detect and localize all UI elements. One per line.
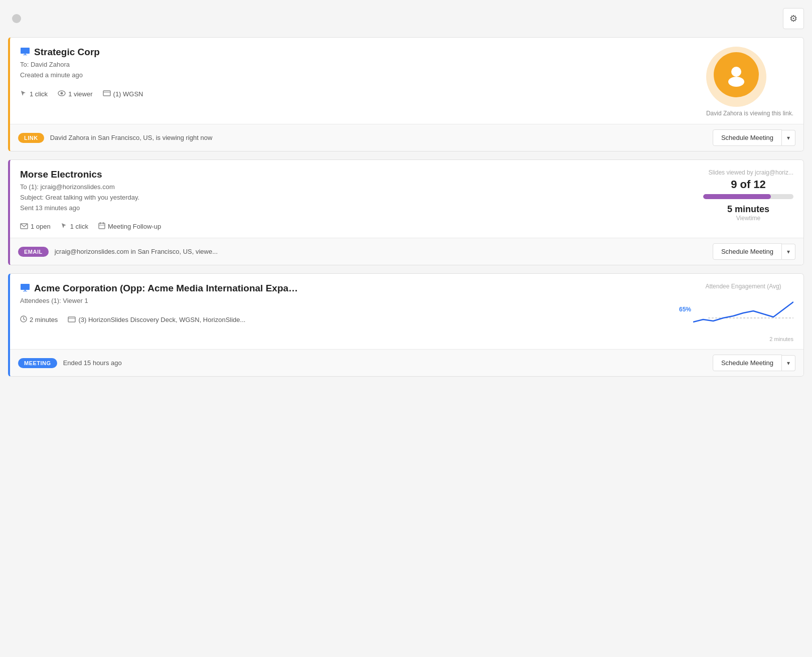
stat-label: 1 open — [31, 223, 51, 230]
stat-label: 1 viewer — [68, 90, 92, 98]
stat-label: 2 minutes — [30, 316, 58, 323]
stat-item: 2 minutes — [20, 315, 58, 324]
card-left: Acme Corporation (Opp: Acme Media Intern… — [20, 283, 683, 342]
svg-rect-10 — [99, 223, 105, 229]
stat-label: (3) HorizonSlides Discovery Deck, WGSN, … — [78, 316, 245, 323]
footer-left: EMAIL jcraig@horizonslides.com in San Fr… — [18, 247, 218, 257]
cursor-icon — [61, 222, 68, 231]
card-left: Strategic Corp To: David ZahoraCreated a… — [20, 47, 696, 117]
card-stats: 1 open 1 click Meeting Follow-up — [20, 222, 693, 231]
gear-icon: ⚙ — [789, 13, 797, 24]
footer-right: Schedule Meeting ▾ — [713, 355, 795, 371]
card-to: To (1): jcraig@horizonslides.com — [20, 182, 693, 193]
footer-text: jcraig@horizonslides.com in San Francisc… — [55, 248, 218, 255]
chart-pct: 65% — [679, 306, 691, 313]
footer-left: MEETING Ended 15 hours ago — [18, 358, 122, 368]
progress-fill — [703, 194, 771, 199]
schedule-meeting-button[interactable]: Schedule Meeting — [713, 243, 782, 260]
card-created: Created a minute ago — [20, 70, 696, 81]
badge-orange: LINK — [18, 133, 44, 143]
card-strategic-corp: Strategic Corp To: David ZahoraCreated a… — [8, 37, 804, 151]
card-title: Strategic Corp — [34, 47, 100, 58]
card-footer: EMAIL jcraig@horizonslides.com in San Fr… — [10, 238, 803, 265]
cards-container: Strategic Corp To: David ZahoraCreated a… — [8, 37, 804, 377]
schedule-meeting-button[interactable]: Schedule Meeting — [713, 129, 782, 146]
viewing-text: David Zahora is viewing this link. — [706, 110, 793, 117]
clock-icon — [20, 315, 27, 324]
avatar-bg — [706, 47, 766, 107]
card-title: Morse Electronics — [20, 169, 102, 180]
schedule-meeting-dropdown[interactable]: ▾ — [782, 244, 795, 260]
card-main: Morse Electronics To (1): jcraig@horizon… — [10, 160, 803, 238]
stat-item: (1) WGSN — [103, 90, 143, 98]
help-icon[interactable] — [12, 14, 21, 23]
card-main: Acme Corporation (Opp: Acme Media Intern… — [10, 274, 803, 349]
schedule-meeting-button[interactable]: Schedule Meeting — [713, 355, 782, 371]
card-main: Strategic Corp To: David ZahoraCreated a… — [10, 38, 803, 124]
card-subject: Subject: Great talking with you yesterda… — [20, 193, 693, 203]
stat-item: Meeting Follow-up — [98, 222, 161, 231]
presentation-icon — [20, 47, 30, 57]
stat-item: 1 viewer — [58, 90, 92, 98]
stat-label: 1 click — [70, 223, 88, 230]
schedule-meeting-dropdown[interactable]: ▾ — [782, 355, 795, 371]
footer-text: David Zahora in San Francisco, US, is vi… — [50, 134, 213, 141]
eye-icon — [58, 90, 66, 98]
card-stats: 1 click 1 viewer (1) WGSN — [20, 90, 696, 98]
svg-rect-14 — [21, 284, 30, 290]
slides-icon — [68, 316, 76, 324]
stat-item: 1 click — [20, 90, 48, 98]
chart-time-label: 2 minutes — [693, 336, 793, 342]
badge-purple: EMAIL — [18, 247, 49, 257]
svg-point-7 — [731, 67, 741, 77]
svg-point-4 — [61, 92, 63, 95]
card-title-row: Morse Electronics — [20, 169, 693, 180]
card-footer: LINK David Zahora in San Francisco, US, … — [10, 124, 803, 151]
stat-item: 1 open — [20, 223, 51, 231]
card-right: Attendee Engagement (Avg) 65% 2 minutes — [693, 283, 793, 342]
chart-label: Attendee Engagement (Avg) — [693, 283, 793, 290]
svg-rect-0 — [21, 48, 30, 54]
presentation-icon — [20, 283, 30, 293]
slides-icon — [103, 90, 111, 98]
card-attendees: Attendees (1): Viewer 1 — [20, 296, 683, 306]
settings-button[interactable]: ⚙ — [783, 8, 804, 29]
stat-label: (1) WGSN — [113, 90, 143, 98]
footer-right: Schedule Meeting ▾ — [713, 129, 795, 146]
progress-bar — [703, 194, 793, 199]
viewtime-value: 5 minutes — [703, 204, 793, 215]
avatar — [714, 52, 759, 97]
card-left: Morse Electronics To (1): jcraig@horizon… — [20, 169, 693, 231]
card-acme-corp: Acme Corporation (Opp: Acme Media Intern… — [8, 273, 804, 377]
card-title: Acme Corporation (Opp: Acme Media Intern… — [34, 283, 298, 294]
footer-text: Ended 15 hours ago — [63, 359, 122, 367]
title-row — [8, 14, 21, 23]
slides-count: 9 of 12 — [703, 178, 793, 191]
card-title-row: Strategic Corp — [20, 47, 696, 58]
footer-left: LINK David Zahora in San Francisco, US, … — [18, 133, 212, 143]
email-icon — [20, 223, 28, 231]
viewtime-label: Viewtime — [703, 215, 793, 222]
stat-label: 1 click — [30, 90, 48, 98]
svg-rect-18 — [68, 317, 75, 322]
page-header: ⚙ — [8, 8, 804, 29]
card-stats: 2 minutes (3) HorizonSlides Discovery De… — [20, 315, 683, 324]
card-right: David Zahora is viewing this link. — [706, 47, 793, 117]
card-sent: Sent 13 minutes ago — [20, 203, 693, 214]
stat-item: (3) HorizonSlides Discovery Deck, WGSN, … — [68, 316, 245, 324]
svg-point-8 — [728, 77, 744, 87]
cursor-icon — [20, 90, 27, 98]
slides-viewed-label: Slides viewed by jcraig@horiz... — [703, 169, 793, 176]
footer-right: Schedule Meeting ▾ — [713, 243, 795, 260]
card-morse-electronics: Morse Electronics To (1): jcraig@horizon… — [8, 159, 804, 265]
card-to: To: David Zahora — [20, 60, 696, 70]
card-footer: MEETING Ended 15 hours ago Schedule Meet… — [10, 349, 803, 376]
card-right: Slides viewed by jcraig@horiz... 9 of 12… — [703, 169, 793, 231]
stat-label: Meeting Follow-up — [108, 223, 161, 230]
badge-blue: MEETING — [18, 358, 57, 368]
schedule-meeting-dropdown[interactable]: ▾ — [782, 130, 795, 146]
card-title-row: Acme Corporation (Opp: Acme Media Intern… — [20, 283, 683, 294]
meeting-icon — [98, 222, 105, 231]
person-icon — [724, 63, 748, 87]
stat-item: 1 click — [61, 222, 88, 231]
